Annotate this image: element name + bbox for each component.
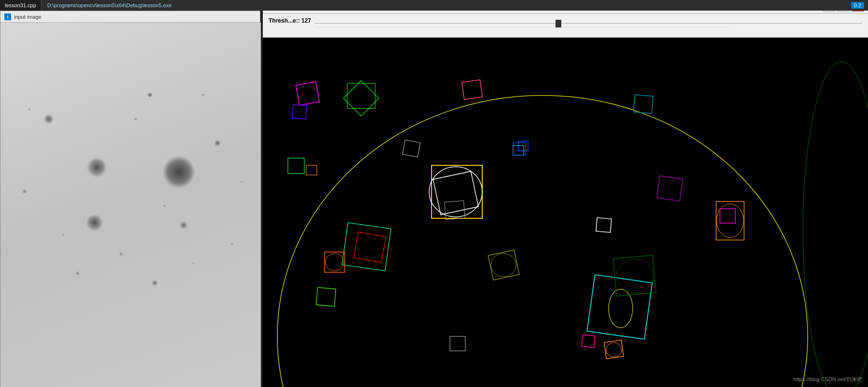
watermark: https://blog.CSDN.net/归来吧 [794,376,862,383]
shapes-svg [263,38,868,387]
shape-orange-lowerleft [325,252,345,272]
shape-yellow-large [432,165,482,218]
microscope-image [0,23,261,387]
shape-olive-circle [491,254,516,277]
thresh-bar: Thresh...e:: 127 .......................… [263,13,868,38]
shape-green-leftmid [288,158,304,173]
shape-magenta-bottom [582,335,595,347]
shape-purple-topleft [292,105,307,119]
input-window-titlebar: I input image [0,11,260,23]
taskbar-path: D:\programs\opencv\lesson5\x64\Debug\les… [41,0,851,11]
taskbar-tab-label: lesson31.cpp [5,2,36,8]
thresh-label: Thresh...e:: 127 [269,17,311,24]
shape-olive-lower [488,250,519,280]
thresh-track[interactable] [315,23,862,24]
shape-white-small-right [596,218,611,233]
input-window-icon: I [4,13,11,20]
shape-orange-leftmid [306,165,317,175]
shape-teal-lower [342,223,391,271]
shape-darkgreen-circle [617,259,653,293]
shape-orange-circle-bottom [606,343,622,357]
thresh-slider-container[interactable]: ........................................… [315,17,862,33]
input-window: I input image [0,11,260,387]
shape-teal-lowerright [587,275,652,339]
shape-red-lower [354,232,386,262]
input-window-title: input image [14,14,41,20]
shape-magenta-top [296,82,320,106]
shape-darkgreen-lower [613,255,656,296]
thresh-thumb[interactable] [556,20,561,27]
shape-green-square-top [347,83,375,108]
shape-right-arc [803,62,868,387]
microscope-canvas [0,23,261,387]
shape-gray-middle [403,140,420,157]
thresh-dots: ........................................… [315,25,862,28]
shape-pink-topright [462,80,483,100]
shape-green-diamond-top [343,80,379,116]
shape-purple-right [657,176,683,201]
taskbar-counter: 0.2 [851,2,864,9]
shape-orange-circle-left [326,254,344,271]
path-text: D:\programs\opencv\lesson5\x64\Debug\les… [47,2,172,8]
taskbar: lesson31.cpp D:\programs\opencv\lesson5\… [0,0,868,11]
taskbar-right: 0.2 [851,2,868,9]
shape-white-rotated-center [433,171,478,214]
shapes-canvas: https://blog.CSDN.net/归来吧 [263,38,868,387]
shape-magenta-right [720,209,735,223]
shape-green-bottom [316,287,336,306]
taskbar-tab-lesson[interactable]: lesson31.cpp [0,0,41,11]
shape-gray-bottom [450,336,465,351]
